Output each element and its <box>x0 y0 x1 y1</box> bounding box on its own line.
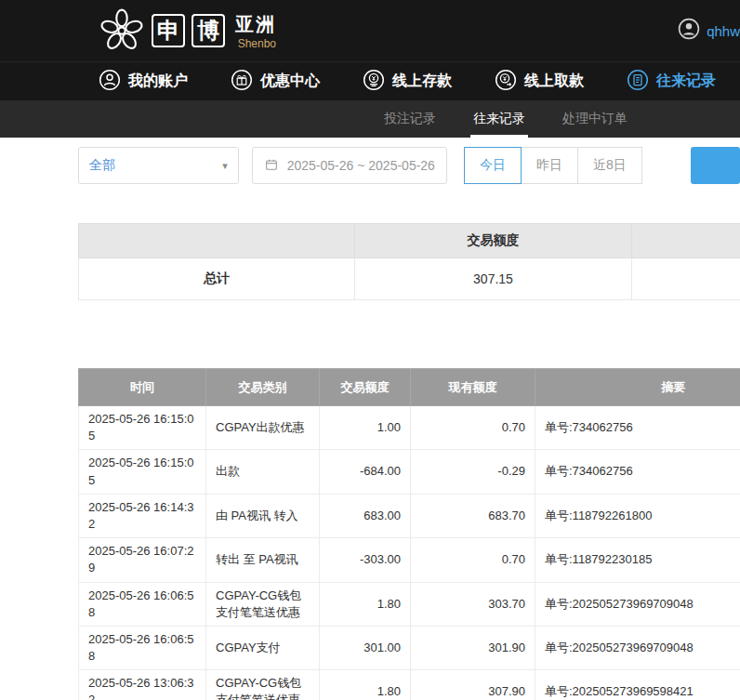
records-table: 时间 交易类别 交易额度 现有额度 摘要 2025-05-26 16:15:05… <box>78 368 740 700</box>
cell-amount: 683.00 <box>320 494 411 537</box>
summary-blank-cell <box>632 258 740 300</box>
cell-balance: 303.70 <box>411 582 535 626</box>
col-header-time: 时间 <box>79 369 206 406</box>
date-range-input[interactable]: 2025-05-26 ~ 2025-05-26 <box>252 147 447 184</box>
cell-amount: 1.00 <box>320 406 411 450</box>
cell-summary: 单号:118792261800 <box>535 494 740 537</box>
table-row: 2025-05-26 16:06:58 CGPAY-CG钱包支付笔笔送优惠 1.… <box>79 582 740 626</box>
logo-subtitle: Shenbo <box>238 37 276 50</box>
filter-row: 全部 ▾ 2025-05-26 ~ 2025-05-26 今日 昨日 近8日 <box>78 147 740 184</box>
logo-flower-icon <box>99 7 145 54</box>
cell-balance: 683.70 <box>411 494 535 537</box>
table-row: 2025-05-26 16:07:29 转出 至 PA视讯 -303.00 0.… <box>79 538 740 582</box>
nav-item-deposit[interactable]: 线上存款 <box>363 69 452 95</box>
tab-transaction-records[interactable]: 往来记录 <box>470 100 528 138</box>
quick-range-last8days-button[interactable]: 近8日 <box>577 147 642 184</box>
tab-betting-records[interactable]: 投注记录 <box>381 100 439 138</box>
nav-item-withdraw[interactable]: 线上取款 <box>495 69 584 95</box>
cell-summary: 单号:202505273969709048 <box>535 626 740 669</box>
col-header-balance: 现有额度 <box>411 369 535 406</box>
type-select[interactable]: 全部 ▾ <box>78 147 239 184</box>
cell-balance: 0.70 <box>411 538 535 582</box>
cell-type: 转出 至 PA视讯 <box>206 538 320 582</box>
logo-char-bo: 博 <box>192 14 225 47</box>
cell-time: 2025-05-26 16:06:58 <box>79 582 206 626</box>
col-header-type: 交易类别 <box>206 369 320 406</box>
cell-amount: 301.00 <box>320 626 411 669</box>
cell-type: 由 PA视讯 转入 <box>206 494 320 537</box>
cell-type: CGPAY-CG钱包支付笔笔送优惠 <box>206 670 320 700</box>
tab-processing-orders[interactable]: 处理中订单 <box>560 100 630 138</box>
top-header: 申 博 亚洲 Shenbo qhhw <box>0 0 740 61</box>
user-avatar-icon <box>678 18 700 44</box>
cell-balance: -0.29 <box>411 450 535 494</box>
gift-icon <box>231 69 253 95</box>
col-header-amount: 交易额度 <box>320 369 411 406</box>
user-area[interactable]: qhhw <box>678 18 740 44</box>
nav-label: 优惠中心 <box>260 72 320 91</box>
nav-label: 我的账户 <box>128 72 188 91</box>
cell-type: 出款 <box>206 450 320 494</box>
summary-total-row: 总计 307.15 <box>79 258 740 300</box>
table-row: 2025-05-26 16:14:32 由 PA视讯 转入 683.00 683… <box>79 494 740 537</box>
records-header-row: 时间 交易类别 交易额度 现有额度 摘要 <box>79 369 740 406</box>
cell-amount: -303.00 <box>320 538 411 582</box>
cell-summary: 单号:118792230185 <box>535 538 740 582</box>
calendar-icon <box>264 157 279 175</box>
date-range-value: 2025-05-26 ~ 2025-05-26 <box>287 158 435 173</box>
table-row: 2025-05-26 16:15:05 CGPAY出款优惠 1.00 0.70 … <box>79 406 740 450</box>
cell-time: 2025-05-26 16:14:32 <box>79 494 206 537</box>
cell-time: 2025-05-26 16:15:05 <box>79 450 206 494</box>
records-doc-icon <box>627 69 649 95</box>
summary-total-value: 307.15 <box>355 258 632 300</box>
cell-balance: 0.70 <box>411 406 535 450</box>
content: 全部 ▾ 2025-05-26 ~ 2025-05-26 今日 昨日 近8日 交… <box>0 147 740 700</box>
cell-amount: 1.80 <box>320 670 411 700</box>
deposit-coin-icon <box>363 69 385 95</box>
summary-header-row: 交易额度 <box>79 224 740 258</box>
summary-header-amount: 交易额度 <box>355 224 632 258</box>
quick-range-group: 今日 昨日 近8日 <box>465 147 642 184</box>
summary-header-blank2 <box>632 224 740 258</box>
cell-type: CGPAY-CG钱包支付笔笔送优惠 <box>206 582 320 626</box>
main-nav: 我的账户 优惠中心 线上存款 线上取款 往来记录 <box>0 61 740 100</box>
nav-item-promotions[interactable]: 优惠中心 <box>231 69 320 95</box>
cell-type: CGPAY出款优惠 <box>206 406 320 450</box>
quick-range-today-button[interactable]: 今日 <box>464 147 522 184</box>
summary-header-blank <box>79 224 355 258</box>
quick-range-yesterday-button[interactable]: 昨日 <box>521 147 578 184</box>
cell-time: 2025-05-26 16:15:05 <box>79 406 206 450</box>
nav-item-my-account[interactable]: 我的账户 <box>99 69 188 95</box>
withdraw-coin-icon <box>495 69 517 95</box>
cell-balance: 301.90 <box>411 626 535 669</box>
sub-nav: 投注记录 往来记录 处理中订单 <box>0 100 740 138</box>
table-row: 2025-05-26 13:06:32 CGPAY-CG钱包支付笔笔送优惠 1.… <box>79 670 740 700</box>
table-row: 2025-05-26 16:06:58 CGPAY支付 301.00 301.9… <box>79 626 740 669</box>
table-row: 2025-05-26 16:15:05 出款 -684.00 -0.29 单号:… <box>79 450 740 494</box>
cell-summary: 单号:202505273969598421 <box>535 670 740 700</box>
cell-time: 2025-05-26 16:07:29 <box>79 538 206 582</box>
cell-summary: 单号:734062756 <box>535 450 740 494</box>
nav-item-records[interactable]: 往来记录 <box>627 69 716 95</box>
cell-balance: 307.90 <box>411 670 535 700</box>
cell-summary: 单号:202505273969709048 <box>535 582 740 626</box>
col-header-summary: 摘要 <box>535 369 740 406</box>
cell-type: CGPAY支付 <box>206 626 320 669</box>
logo: 申 博 亚洲 Shenbo <box>99 7 276 54</box>
nav-label: 线上取款 <box>524 72 584 91</box>
search-button[interactable] <box>691 147 740 184</box>
summary-table: 交易额度 总计 307.15 <box>78 223 740 300</box>
type-select-value: 全部 <box>89 157 115 174</box>
logo-region: 亚洲 <box>235 12 276 37</box>
username[interactable]: qhhw <box>707 23 740 39</box>
cell-amount: 1.80 <box>320 582 411 626</box>
cell-time: 2025-05-26 13:06:32 <box>79 670 206 700</box>
cell-time: 2025-05-26 16:06:58 <box>79 626 206 669</box>
summary-total-label: 总计 <box>79 258 355 300</box>
account-icon <box>99 69 121 95</box>
nav-label: 往来记录 <box>656 72 716 91</box>
logo-char-shen: 申 <box>152 14 185 47</box>
cell-amount: -684.00 <box>320 450 411 494</box>
nav-label: 线上存款 <box>392 72 452 91</box>
chevron-down-icon: ▾ <box>222 160 228 172</box>
